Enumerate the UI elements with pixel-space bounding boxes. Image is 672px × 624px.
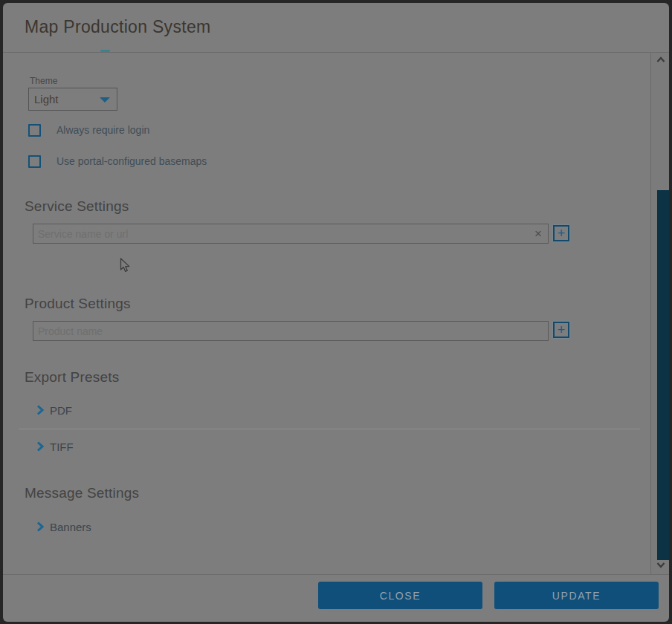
plus-icon: + [558,322,566,337]
message-settings-heading: Message Settings [25,485,139,501]
expander-label: TIFF [50,441,74,453]
checkbox-label: Always require login [56,124,149,136]
add-product-button[interactable]: + [553,322,569,338]
checkbox-icon[interactable] [28,124,41,137]
clipped-scrolled-element [100,50,110,52]
scroll-up-icon[interactable] [656,56,665,63]
chevron-right-icon [36,405,44,415]
chevron-right-icon [36,441,44,452]
checkbox-row-portal-basemaps[interactable]: Use portal-configured basemaps [28,155,207,168]
product-settings-heading: Product Settings [25,296,131,312]
service-settings-heading: Service Settings [25,198,129,215]
checkbox-label: Use portal-configured basemaps [56,155,207,167]
vertical-scrollbar[interactable] [650,53,669,574]
map-production-system-dialog: Map Production System Theme Light Always… [3,3,669,622]
product-name-input[interactable] [33,322,548,340]
mouse-cursor [120,258,132,274]
close-button[interactable]: CLOSE [318,582,482,609]
expander-label: Banners [50,521,91,533]
export-presets-heading: Export Presets [25,369,119,386]
expander-pdf[interactable]: PDF [36,403,72,417]
clear-icon[interactable]: × [529,224,548,243]
expander-tiff[interactable]: TIFF [36,440,74,453]
product-input-wrap [33,321,549,341]
dialog-title: Map Production System [25,17,210,37]
theme-select-value: Light [29,93,59,105]
scrollbar-thumb[interactable] [657,190,669,560]
header-divider [3,52,669,53]
scroll-down-icon[interactable] [656,562,665,568]
update-button[interactable]: UPDATE [494,582,659,609]
expander-label: PDF [50,404,72,417]
checkbox-icon[interactable] [28,155,41,168]
theme-select[interactable]: Light [28,88,117,111]
add-service-button[interactable]: + [553,225,569,241]
screenshot-root: Map Production System Theme Light Always… [0,0,672,624]
checkbox-row-always-require-login[interactable]: Always require login [28,123,149,137]
chevron-right-icon [36,521,44,532]
expander-banners[interactable]: Banners [36,520,91,533]
plus-icon: + [558,226,566,241]
theme-label: Theme [30,76,57,86]
service-input-wrap: × [33,224,549,244]
chevron-down-icon [100,97,110,103]
footer-divider [3,574,669,575]
row-divider [19,429,640,429]
service-name-input[interactable] [33,224,529,243]
